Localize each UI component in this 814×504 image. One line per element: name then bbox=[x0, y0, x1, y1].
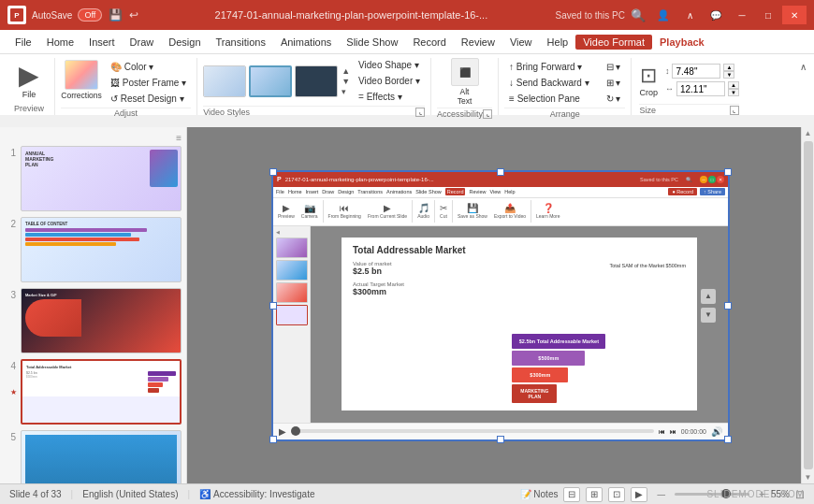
progress-bar[interactable] bbox=[291, 429, 654, 433]
vs-scroll-down[interactable]: ▼ bbox=[342, 77, 350, 86]
corrections-button[interactable]: Corrections bbox=[61, 60, 102, 100]
group-button[interactable]: ⊞ ▾ bbox=[602, 76, 626, 90]
inner-save-btn[interactable]: 💾 Save as Show bbox=[456, 203, 489, 220]
nav-next[interactable]: ⏭ bbox=[670, 428, 676, 435]
menu-videoformat[interactable]: Video Format bbox=[575, 35, 652, 50]
inner-learn-btn[interactable]: ❓ Learn More bbox=[534, 203, 562, 220]
inner-export-btn[interactable]: 📤 Export to Video bbox=[492, 203, 528, 220]
slide-thumb-1[interactable]: ANNUALMARKETINGPLAN bbox=[21, 146, 182, 211]
height-up[interactable]: ▲ bbox=[723, 64, 734, 71]
width-up[interactable]: ▲ bbox=[728, 81, 739, 89]
menu-record[interactable]: Record bbox=[405, 35, 453, 50]
inner-slide-thumb-2[interactable] bbox=[276, 260, 308, 281]
reading-view-btn[interactable]: ⊡ bbox=[608, 487, 625, 502]
inner-minimize[interactable]: ─ bbox=[700, 176, 707, 183]
video-style-1[interactable] bbox=[203, 65, 246, 97]
inner-camera-btn[interactable]: 📷 Camera bbox=[299, 203, 320, 220]
vs-scroll-up[interactable]: ▲ bbox=[342, 66, 350, 76]
menu-help[interactable]: Help bbox=[540, 35, 576, 50]
inner-from-beginning-btn[interactable]: ⏮ From Beginning bbox=[327, 203, 363, 220]
inner-play-button[interactable]: ▶ bbox=[279, 426, 286, 437]
undo-icon[interactable]: ↩ bbox=[126, 7, 141, 22]
vertical-scrollbar[interactable]: ▲ ▼ bbox=[801, 127, 814, 483]
slide-thumb-3[interactable]: Market Size & G/F bbox=[21, 288, 182, 353]
inner-current-slide-btn[interactable]: ▶ From Current Slide bbox=[366, 203, 409, 220]
rotate-button[interactable]: ↻ ▾ bbox=[602, 92, 626, 106]
slide-item-3[interactable]: 3 Market Size & G/F bbox=[5, 288, 182, 353]
handle-mid-right[interactable] bbox=[724, 302, 732, 310]
maximize-button[interactable]: □ bbox=[756, 6, 780, 24]
menu-view[interactable]: View bbox=[502, 35, 540, 50]
slide-item-5[interactable]: 5 bbox=[5, 430, 182, 483]
handle-top-center[interactable] bbox=[497, 168, 504, 176]
scrollbar-down[interactable]: ▼ bbox=[803, 471, 814, 483]
inner-menu-view[interactable]: View bbox=[490, 189, 501, 194]
inner-share-btn[interactable]: ↑ Share bbox=[700, 188, 725, 195]
menu-insert[interactable]: Insert bbox=[81, 35, 123, 50]
send-backward-button[interactable]: ↓ Send Backward ▾ bbox=[504, 76, 594, 90]
inner-menu-help[interactable]: Help bbox=[504, 189, 515, 194]
inner-menu-animations[interactable]: Animations bbox=[386, 189, 412, 194]
slide-sorter-btn[interactable]: ⊞ bbox=[586, 487, 603, 502]
vs-expand[interactable]: ⌞ bbox=[415, 108, 425, 117]
inner-menu-home[interactable]: Home bbox=[288, 189, 302, 194]
zoom-out-icon[interactable]: ─ bbox=[657, 488, 665, 501]
ribbon-collapse-button[interactable]: ∧ bbox=[677, 6, 702, 24]
slide-thumb-2[interactable]: TABLE OF CONTENT bbox=[21, 217, 182, 282]
handle-mid-left[interactable] bbox=[269, 302, 277, 310]
alt-text-btn-inner[interactable]: ⬛ AltText bbox=[451, 58, 479, 106]
video-effects-button[interactable]: = Effects ▾ bbox=[354, 90, 425, 104]
close-button[interactable]: ✕ bbox=[782, 6, 807, 24]
scroll-down-btn[interactable]: ▼ bbox=[701, 308, 716, 323]
notes-button[interactable]: 📝 Notes bbox=[520, 489, 559, 499]
inner-menu-insert[interactable]: Insert bbox=[306, 189, 319, 194]
handle-top-right[interactable] bbox=[724, 168, 732, 176]
video-style-2[interactable] bbox=[249, 65, 292, 97]
inner-slide-thumb-3[interactable] bbox=[276, 282, 308, 303]
scrollbar-up[interactable]: ▲ bbox=[803, 127, 814, 139]
color-button[interactable]: 🎨 Color ▾ bbox=[106, 60, 191, 74]
inner-menu-transitions[interactable]: Transitions bbox=[357, 189, 383, 194]
video-shape-button[interactable]: Video Shape ▾ bbox=[354, 58, 425, 72]
handle-bottom-left[interactable] bbox=[269, 436, 277, 443]
align-button[interactable]: ⊟ ▾ bbox=[602, 60, 626, 74]
width-down[interactable]: ▼ bbox=[728, 89, 739, 96]
scroll-up-btn[interactable]: ▲ bbox=[701, 289, 716, 304]
comments-button[interactable]: 💬 bbox=[704, 6, 728, 24]
scrollbar-thumb[interactable] bbox=[804, 141, 813, 469]
handle-bottom-center[interactable] bbox=[497, 436, 504, 443]
height-input[interactable] bbox=[672, 64, 720, 79]
slide-thumb-4[interactable]: Total Addressable Market $2.5 bn $300mm bbox=[21, 359, 182, 425]
menu-animations[interactable]: Animations bbox=[273, 35, 339, 50]
poster-frame-button[interactable]: 🖼 Poster Frame ▾ bbox=[106, 76, 191, 90]
inner-cut-btn[interactable]: ✂ Cut bbox=[438, 203, 449, 220]
inner-audio-btn[interactable]: 🎵 Audio bbox=[415, 203, 431, 220]
save-icon[interactable]: 💾 bbox=[108, 7, 123, 22]
inner-slide-thumb-1[interactable] bbox=[276, 238, 308, 258]
menu-design[interactable]: Design bbox=[161, 35, 208, 50]
reset-design-button[interactable]: ↺ Reset Design ▾ bbox=[106, 92, 191, 106]
share-button[interactable]: 👤 bbox=[651, 6, 676, 24]
selection-pane-button[interactable]: ≡ Selection Pane bbox=[504, 92, 594, 106]
inner-menu-record[interactable]: Record bbox=[445, 188, 466, 195]
search-icon[interactable]: 🔍 bbox=[631, 8, 646, 22]
inner-maximize[interactable]: □ bbox=[708, 176, 716, 183]
autosave-toggle[interactable]: Off bbox=[78, 8, 102, 22]
panel-collapse-icon[interactable]: ≡ bbox=[176, 133, 182, 143]
slide-thumb-5[interactable] bbox=[21, 430, 182, 483]
inner-preview-btn[interactable]: ▶ Preview bbox=[276, 203, 297, 220]
main-slide-content[interactable]: P 21747-01-annual-marketing-plan-powerpo… bbox=[271, 170, 730, 441]
inner-search[interactable]: 🔍 bbox=[686, 177, 692, 182]
inner-slide-thumb-4[interactable] bbox=[276, 305, 308, 325]
menu-home[interactable]: Home bbox=[39, 35, 81, 50]
menu-slideshow[interactable]: Slide Show bbox=[339, 35, 405, 50]
normal-view-btn[interactable]: ⊟ bbox=[563, 487, 580, 502]
handle-top-left[interactable] bbox=[269, 168, 277, 176]
minimize-button[interactable]: ─ bbox=[730, 6, 754, 24]
inner-menu-draw[interactable]: Draw bbox=[322, 189, 334, 194]
volume-button[interactable]: 🔊 bbox=[711, 426, 722, 437]
menu-playback[interactable]: Playback bbox=[652, 35, 712, 50]
size-expand[interactable]: ⌞ bbox=[730, 106, 739, 115]
handle-bottom-right[interactable] bbox=[724, 436, 732, 443]
height-down[interactable]: ▼ bbox=[723, 71, 734, 79]
